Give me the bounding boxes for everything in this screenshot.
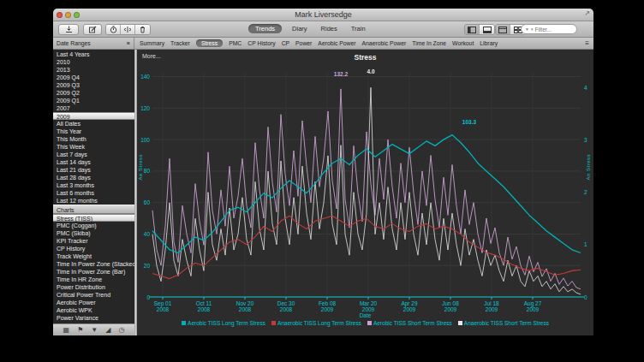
date-range-item[interactable]: Last 14 days [53,158,134,166]
title-bar[interactable]: Mark Liversedge ↗ [53,9,593,21]
funnel-caret-icon[interactable]: ▾ [531,27,534,32]
legend-item: Aerobic TISS Long Term Stress [182,320,265,326]
chart-list-item[interactable]: Power Variance [53,314,134,322]
x-tick: Oct 112008 [185,300,223,312]
date-range-item[interactable]: This Year [53,128,134,135]
right-tick: 1 [584,241,587,247]
date-range-item[interactable]: Last 3 months [53,181,134,189]
main-toolbar: TrendsDiaryRidesTrain ▼ ▾ [53,21,593,38]
chart-tab[interactable]: Tracker [170,40,190,46]
funnel-icon: ▼ [525,27,529,32]
legend-item: Aerobic TISS Short Term Stress [367,320,452,326]
chart-tab[interactable]: Aerobic Power [318,40,355,46]
charts-section-header[interactable]: Charts [53,205,134,214]
chart-list-item[interactable]: Aerobic Power [53,299,134,306]
chart-list-item[interactable]: Power Distribution [53,283,134,291]
chart-list-item[interactable]: Critical Power Trend [53,291,134,299]
chart-list-item[interactable]: PMC (Coggan) [53,222,134,229]
date-range-item[interactable]: Last 6 months [53,189,134,197]
chart-tab[interactable]: Time In Zone [412,40,446,46]
intervals-button[interactable] [121,25,135,34]
scope-tab[interactable]: Trends [248,24,282,33]
chart-list-item[interactable]: Track Weight [53,252,134,260]
date-range-item[interactable]: Last 7 days [53,151,134,158]
date-range-item[interactable]: Last 4 Years [53,50,134,58]
max-value-annotation: 103.3 [458,119,480,125]
legend-label: Anaerobic TISS Short Term Stress [464,320,549,326]
left-tick: 20 [137,263,150,269]
date-range-item[interactable]: Last 21 days [53,166,134,174]
date-range-item[interactable]: 2009 Q1 [53,97,134,104]
chart-tab[interactable]: PMC [229,40,242,46]
window-title: Mark Liversedge [53,10,593,19]
chart-list-item[interactable]: CP History [53,245,134,252]
compose-button[interactable] [83,24,102,35]
date-range-item[interactable]: Last 12 months [53,197,134,205]
chart-list-item[interactable]: KPI Tracker [53,237,134,245]
legend-swatch-icon [458,321,462,325]
ride-tools-group [105,24,151,35]
tab-row: Date Ranges ≡ SummaryTrackerStressPMCCP … [53,38,593,50]
filter-input[interactable] [534,27,572,33]
date-range-list: Last 4 Years201020132009 Q42009 Q32009 Q… [53,50,134,205]
resize-icon[interactable]: ↗ [584,9,590,17]
chart-tab[interactable]: Stress [196,39,223,47]
right-axis-label: An Stress [586,154,591,181]
date-range-item[interactable]: This Month [53,135,134,143]
right-tick: 2 [584,189,587,195]
sidebar-toggle-button[interactable] [465,25,480,34]
bottombar-toggle-button[interactable] [480,25,494,34]
date-range-item[interactable]: All Dates [53,120,134,128]
chart-list-item[interactable]: PMC (Skiba) [53,229,134,237]
x-tick: Jul 182009 [473,300,510,312]
scope-tab[interactable]: Train [348,24,369,33]
chart-list-item[interactable]: Stress (TISS) [53,214,134,222]
tabbed-view-icon [498,27,507,33]
chart-list-item[interactable]: Time In HR Zone [53,276,134,283]
date-range-item[interactable]: 2009 Q4 [53,74,134,81]
sidebar-header[interactable]: Date Ranges ≡ [53,38,134,49]
chart-tab[interactable]: Library [480,40,498,46]
right-tick: 3 [584,137,587,143]
chart-tab[interactable]: Summary [140,40,164,46]
sidebar-menu-icon[interactable]: ≡ [127,40,130,46]
scope-tab[interactable]: Diary [289,24,311,33]
tabbar-menu-icon[interactable]: ≡ [581,38,593,49]
x-tick: Dec 302008 [267,300,305,312]
chart-list-item[interactable]: Time In Power Zone (Stacked) [53,260,134,268]
left-tick: 120 [137,105,150,111]
app-window: Mark Liversedge ↗ [53,9,593,335]
date-range-item[interactable]: This Week [53,143,134,151]
bottom-panel-icon [483,27,492,33]
legend-item: Anaerobic TISS Long Term Stress [271,320,361,326]
download-button[interactable] [58,24,79,35]
date-range-item[interactable]: 2013 [53,66,134,74]
date-range-item[interactable]: 2010 [53,58,134,66]
chart-list-item[interactable]: Time In Power Zone (Bar) [53,268,134,276]
chart-tab[interactable]: CP [282,40,289,46]
date-range-item[interactable]: 2007 [53,104,134,112]
chart-list-item[interactable]: Aerobic WPK [53,306,134,314]
chart-tab[interactable]: Workout [452,40,474,46]
chart-tab[interactable]: CP History [247,40,275,46]
filter-field[interactable]: ▼ ▾ [521,24,577,34]
chart-tab[interactable]: Power [295,40,312,46]
view-tabbed-button[interactable] [496,25,510,34]
legend-item: Anaerobic TISS Short Term Stress [458,320,549,326]
right-tick: 4 [584,85,587,91]
date-range-item[interactable]: 2009 Q2 [53,89,134,97]
intervals-icon [123,26,132,33]
stopwatch-button[interactable] [106,25,121,34]
chart-tab[interactable]: Anaerobic Power [362,40,407,46]
download-icon [65,26,73,33]
delete-button[interactable] [135,25,150,34]
chart-panel: More... Stress 140120100806040200 43210 … [137,50,593,335]
legend-label: Aerobic TISS Long Term Stress [188,320,265,326]
left-tick: 0 [137,294,150,300]
date-range-item[interactable]: 2009 [53,112,134,120]
date-range-item[interactable]: 2009 Q3 [53,81,134,89]
chart-list: Stress (TISS)PMC (Coggan)PMC (Skiba)KPI … [53,214,134,329]
scope-tab[interactable]: Rides [318,24,341,33]
x-tick: Sep 012008 [144,300,182,312]
date-range-item[interactable]: Last 28 days [53,174,134,181]
